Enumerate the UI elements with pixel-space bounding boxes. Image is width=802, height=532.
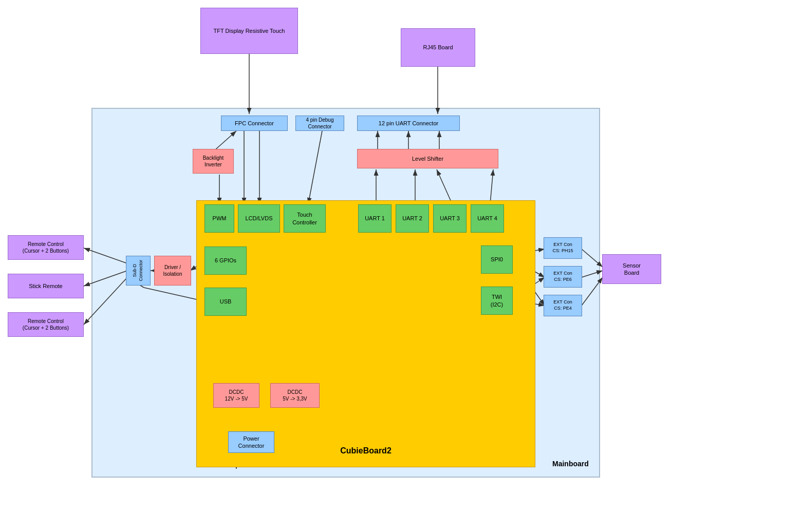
sub-d-label: Sub-DConnector — [132, 260, 144, 281]
fpc-connector-block: FPC Connector — [221, 116, 288, 131]
remote-control-1-label: Remote Control(Cursor + 2 Buttons) — [23, 241, 69, 254]
debug-connector-block: 4 pin DebugConnector — [295, 116, 344, 131]
sub-d-block: Sub-DConnector — [126, 256, 151, 286]
driver-isolation-label: Driver /Isolation — [163, 264, 182, 277]
mainboard-label: Mainboard — [552, 460, 589, 468]
usb-block: USB — [204, 288, 247, 316]
tft-display-block: TFT Display Resistive Touch — [200, 8, 298, 54]
ext-con-ph15-label: EXT ConCS: PH15 — [552, 242, 573, 254]
uart1-label: UART 1 — [365, 215, 385, 222]
dcdc2-block: DCDC5V -> 3,3V — [270, 383, 320, 408]
spi0-label: SPI0 — [491, 256, 503, 263]
pwm-block: PWM — [204, 204, 234, 233]
uart1-block: UART 1 — [358, 204, 391, 233]
driver-isolation-block: Driver /Isolation — [154, 256, 191, 286]
cubieboard2-label: CubieBoard2 — [340, 446, 391, 457]
dcdc1-block: DCDC12V -> 5V — [213, 383, 259, 408]
tft-display-label: TFT Display Resistive Touch — [214, 27, 285, 34]
pwm-label: PWM — [213, 215, 227, 222]
fpc-connector-label: FPC Connector — [235, 120, 274, 127]
lcd-lvds-block: LCD/LVDS — [238, 204, 280, 233]
ext-con-ph15-block: EXT ConCS: PH15 — [544, 237, 582, 259]
sensor-board-block: SensorBoard — [602, 254, 661, 284]
diagram-container: Mainboard — [0, 0, 802, 532]
ext-con-pe6-label: EXT ConCS: PE6 — [553, 271, 572, 282]
dcdc1-label: DCDC12V -> 5V — [225, 389, 248, 402]
uart4-label: UART 4 — [477, 215, 497, 222]
rj45-board-block: RJ45 Board — [401, 28, 475, 67]
remote-control-2-label: Remote Control(Cursor + 2 Buttons) — [23, 318, 69, 331]
stick-remote-label: Stick Remote — [29, 282, 62, 290]
touch-controller-block: TouchController — [284, 204, 326, 233]
lcd-lvds-label: LCD/LVDS — [246, 215, 273, 222]
usb-label: USB — [220, 298, 232, 305]
touch-controller-label: TouchController — [292, 211, 317, 226]
power-connector-block: PowerConnector — [228, 431, 274, 453]
gpio-label: 6 GPIOs — [215, 257, 236, 264]
uart4-block: UART 4 — [471, 204, 504, 233]
uart-connector-block: 12 pin UART Connector — [357, 116, 460, 131]
remote-control-1-block: Remote Control(Cursor + 2 Buttons) — [8, 235, 84, 260]
twi-block: TWI(I2C) — [481, 287, 513, 315]
uart2-block: UART 2 — [396, 204, 429, 233]
sensor-board-label: SensorBoard — [623, 262, 641, 277]
uart3-label: UART 3 — [440, 215, 460, 222]
rj45-board-label: RJ45 Board — [423, 44, 453, 51]
uart2-label: UART 2 — [402, 215, 422, 222]
ext-con-pe4-block: EXT ConCS: PE4 — [544, 295, 582, 316]
debug-connector-label: 4 pin DebugConnector — [306, 117, 334, 130]
cubieboard2-block: CubieBoard2 — [196, 200, 535, 467]
level-shifter-block: Level Shifter — [357, 149, 498, 168]
uart-connector-label: 12 pin UART Connector — [379, 120, 438, 127]
backlight-inverter-label: BacklightInverter — [203, 155, 224, 168]
remote-control-2-block: Remote Control(Cursor + 2 Buttons) — [8, 312, 84, 337]
uart3-block: UART 3 — [433, 204, 467, 233]
power-connector-label: PowerConnector — [238, 435, 265, 450]
backlight-inverter-block: BacklightInverter — [193, 149, 234, 174]
twi-label: TWI(I2C) — [491, 293, 503, 308]
spi0-block: SPI0 — [481, 245, 513, 274]
stick-remote-block: Stick Remote — [8, 274, 84, 298]
ext-con-pe6-block: EXT ConCS: PE6 — [544, 266, 582, 288]
level-shifter-label: Level Shifter — [412, 155, 443, 162]
gpio-block: 6 GPIOs — [204, 246, 247, 275]
ext-con-pe4-label: EXT ConCS: PE4 — [553, 299, 572, 311]
dcdc2-label: DCDC5V -> 3,3V — [283, 389, 307, 402]
